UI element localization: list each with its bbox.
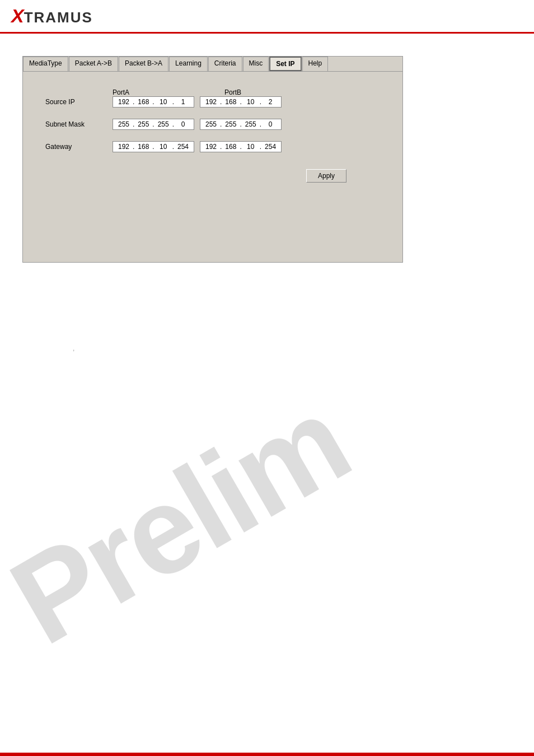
subnet-portb-oct2[interactable] (222, 120, 239, 128)
tab-misc[interactable]: Misc (243, 57, 269, 71)
apply-row: Apply (45, 169, 380, 183)
tab-panel: MediaType Packet A->B Packet B->A Learni… (22, 56, 403, 263)
gateway-portb-oct2[interactable] (222, 143, 239, 151)
watermark: Prelim (0, 325, 375, 717)
source-ip-portb-oct4[interactable] (262, 98, 279, 106)
panel-body: PortA PortB Source IP . . . (23, 72, 402, 262)
source-ip-portb-oct1[interactable] (203, 98, 219, 106)
logo-rest: TRAMUS (24, 9, 93, 26)
tab-learning[interactable]: Learning (169, 57, 208, 71)
logo: X TRAMUS (11, 5, 93, 27)
gateway-portb-oct3[interactable] (242, 143, 259, 151)
tab-packet-ab[interactable]: Packet A->B (69, 57, 118, 71)
tab-setip[interactable]: Set IP (269, 57, 301, 71)
source-ip-porta-input[interactable]: . . . (113, 96, 194, 108)
subnet-portb-input[interactable]: . . . (200, 119, 282, 130)
gateway-portb-oct4[interactable] (262, 143, 279, 151)
subnet-portb-oct3[interactable] (242, 120, 259, 128)
subnet-portb-oct1[interactable] (203, 120, 219, 128)
main-content: MediaType Packet A->B Packet B->A Learni… (0, 34, 534, 274)
source-ip-porta-oct3[interactable] (155, 98, 172, 106)
column-headers: PortA PortB (113, 88, 380, 96)
gateway-porta-oct1[interactable] (115, 143, 132, 151)
tab-help[interactable]: Help (302, 57, 329, 71)
source-ip-porta-oct1[interactable] (115, 98, 132, 106)
footer-bar (0, 753, 534, 756)
source-ip-portb-input[interactable]: . . . (200, 96, 282, 108)
source-ip-porta-oct4[interactable] (175, 98, 191, 106)
header: X TRAMUS (0, 0, 534, 34)
subnet-portb-oct4[interactable] (262, 120, 279, 128)
subnet-mask-label: Subnet Mask (45, 120, 107, 128)
comma-text: , (73, 344, 74, 352)
tab-mediatype[interactable]: MediaType (23, 57, 68, 71)
gateway-portb-input[interactable]: . . . (200, 141, 282, 152)
source-ip-porta-oct2[interactable] (135, 98, 152, 106)
apply-button[interactable]: Apply (306, 169, 346, 183)
tab-packet-ba[interactable]: Packet B->A (119, 57, 168, 71)
porta-header: PortA (113, 88, 224, 96)
watermark-text: Prelim (0, 377, 366, 664)
subnet-porta-input[interactable]: . . . (113, 119, 194, 130)
gateway-portb-oct1[interactable] (203, 143, 219, 151)
gateway-porta-oct4[interactable] (175, 143, 191, 151)
gateway-label: Gateway (45, 143, 107, 151)
gateway-porta-input[interactable]: . . . (113, 141, 194, 152)
tab-criteria[interactable]: Criteria (208, 57, 242, 71)
source-ip-label: Source IP (45, 98, 107, 106)
subnet-porta-oct3[interactable] (155, 120, 172, 128)
gateway-porta-oct2[interactable] (135, 143, 152, 151)
gateway-row: Gateway . . . . . (45, 141, 380, 152)
subnet-porta-oct2[interactable] (135, 120, 152, 128)
source-ip-row: Source IP . . . . . (45, 96, 380, 108)
portb-header: PortB (224, 88, 336, 96)
source-ip-portb-oct2[interactable] (222, 98, 239, 106)
subnet-porta-oct4[interactable] (175, 120, 191, 128)
tab-bar: MediaType Packet A->B Packet B->A Learni… (23, 57, 402, 72)
subnet-mask-row: Subnet Mask . . . . . (45, 119, 380, 130)
source-ip-portb-oct3[interactable] (242, 98, 259, 106)
gateway-porta-oct3[interactable] (155, 143, 172, 151)
subnet-porta-oct1[interactable] (115, 120, 132, 128)
logo-x: X (11, 5, 24, 27)
ip-form: Source IP . . . . . (45, 96, 380, 183)
